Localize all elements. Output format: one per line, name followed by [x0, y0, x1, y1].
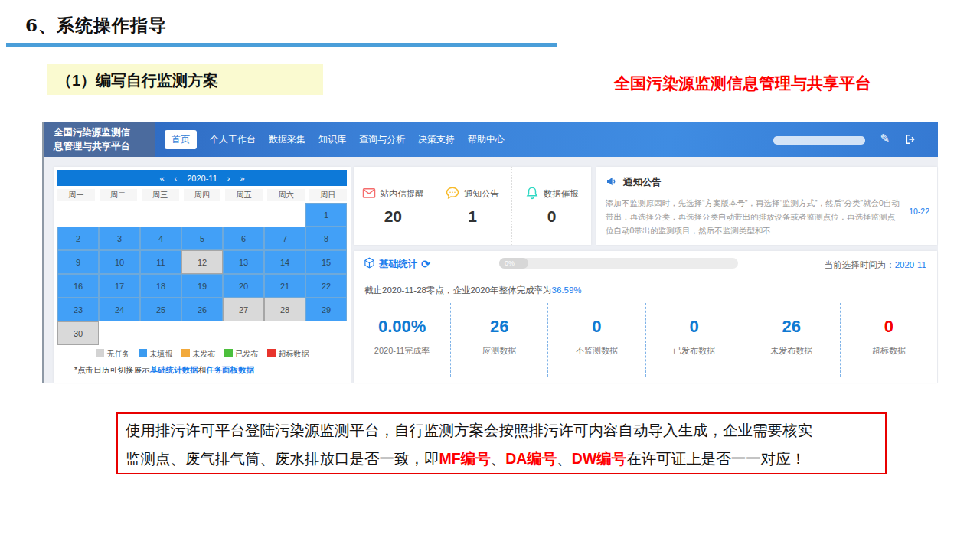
- calendar-day[interactable]: 22: [305, 274, 347, 298]
- section-label-box: （1）编写自行监测方案: [47, 64, 323, 95]
- platform-heading: 全国污染源监测信息管理与共享平台: [614, 73, 936, 94]
- calendar-day[interactable]: 27: [223, 298, 264, 321]
- notice-body[interactable]: 添加不监测原因时，先选择“方案版本号”，再选择“监测方式”，然后“分类”就会0自…: [606, 197, 900, 238]
- weekday-label: 周三: [142, 189, 179, 201]
- quick-stat-item[interactable]: 通知公告1: [433, 167, 512, 245]
- notice-date[interactable]: 10-22: [909, 207, 929, 216]
- base-statistics-card: 基础统计 ⟳ 0% 当前选择时间为：2020-11 截止2020-11-28零点…: [354, 251, 937, 383]
- calendar-day[interactable]: 12: [181, 250, 223, 274]
- calendar-day[interactable]: 29: [305, 298, 347, 321]
- calendar-day[interactable]: 7: [264, 227, 305, 250]
- legend-swatch: [139, 349, 147, 357]
- weekday-label: 周四: [184, 189, 221, 201]
- note-text: 、: [491, 450, 506, 467]
- quick-stat-label: 数据催报: [544, 188, 579, 200]
- legend-item: 未发布: [181, 349, 216, 360]
- metric-item: 26应测数据: [450, 303, 547, 377]
- nav-item-3[interactable]: 知识库: [318, 133, 346, 146]
- calendar-day[interactable]: 15: [305, 250, 347, 274]
- weekday-label: 周六: [267, 189, 305, 201]
- cube-icon: [364, 257, 375, 271]
- calendar-next-button[interactable]: ›: [227, 174, 230, 183]
- progress-fill: 0%: [499, 258, 528, 269]
- calendar-day[interactable]: 11: [140, 250, 181, 274]
- calendar-day[interactable]: 18: [140, 274, 181, 298]
- quick-stat-value: 1: [468, 207, 477, 226]
- calendar-day[interactable]: 1: [305, 203, 347, 227]
- calendar-day[interactable]: 26: [181, 298, 223, 321]
- metrics-row: 0.00%2020-11完成率26应测数据0不监测数据0已发布数据26未发布数据…: [354, 303, 937, 377]
- weekday-label: 周二: [100, 189, 137, 201]
- metric-value: 0: [841, 317, 937, 337]
- mail-icon: [362, 186, 376, 201]
- notice-title: 通知公告: [623, 176, 662, 189]
- weekday-label: 周一: [57, 189, 95, 201]
- calendar-day[interactable]: 2: [57, 227, 99, 250]
- note-text: 在许可证上是否一一对应！: [626, 450, 805, 467]
- calendar-day[interactable]: 25: [140, 298, 181, 321]
- nav-item-0[interactable]: 首页: [165, 130, 197, 149]
- calendar-day[interactable]: 14: [264, 250, 305, 274]
- calendar-day[interactable]: 19: [181, 274, 223, 298]
- edit-icon[interactable]: ✎: [880, 132, 890, 145]
- calendar-prev-button[interactable]: ‹: [175, 174, 178, 183]
- quick-stat-item[interactable]: 站内信提醒20: [354, 167, 433, 245]
- calendar-day[interactable]: 9: [57, 250, 99, 274]
- metric-label: 应测数据: [451, 345, 547, 357]
- calendar-empty-cell: [181, 203, 223, 227]
- legend-item: 无任务: [96, 349, 130, 360]
- refresh-icon[interactable]: ⟳: [421, 258, 430, 270]
- calendar-day[interactable]: 30: [57, 321, 99, 345]
- note-red-term: DW编号: [572, 450, 627, 467]
- calendar-day[interactable]: 16: [57, 274, 99, 298]
- calendar-day[interactable]: 8: [305, 227, 347, 250]
- base-statistics-title: 基础统计: [379, 258, 417, 271]
- summary-value: 36.59%: [552, 285, 582, 295]
- nav-item-4[interactable]: 查询与分析: [359, 133, 405, 146]
- time-selector-label: 当前选择时间为：: [825, 260, 895, 269]
- calendar-month-label: 2020-11: [187, 174, 217, 183]
- user-name-redacted[interactable]: [773, 136, 865, 145]
- calendar-day[interactable]: 24: [99, 298, 140, 321]
- logout-icon[interactable]: [904, 133, 916, 148]
- calendar-day[interactable]: 23: [57, 298, 99, 321]
- calendar-nav: « ‹ 2020-11 › »: [57, 170, 347, 186]
- note-text: 、: [557, 450, 572, 467]
- footnote-link-task-panel[interactable]: 任务面板数据: [206, 365, 254, 374]
- calendar-day[interactable]: 28: [264, 298, 305, 321]
- time-selector-value[interactable]: 2020-11: [895, 260, 926, 269]
- note-line1: 使用排污许可平台登陆污染源监测平台，自行监测方案会按照排污许可内容自动导入生成，…: [126, 416, 877, 445]
- metric-label: 已发布数据: [646, 345, 743, 357]
- calendar-day[interactable]: 5: [181, 227, 223, 250]
- metric-label: 2020-11完成率: [354, 345, 450, 357]
- nav-item-5[interactable]: 决策支持: [418, 133, 455, 146]
- weekday-label: 周五: [225, 189, 263, 201]
- calendar-empty-cell: [140, 203, 181, 227]
- calendar-last-button[interactable]: »: [240, 174, 244, 183]
- calendar-day[interactable]: 3: [99, 227, 140, 250]
- metric-value: 26: [451, 317, 547, 337]
- nav-item-2[interactable]: 数据采集: [269, 133, 305, 146]
- footnote-link-base-stats[interactable]: 基础统计数据: [150, 365, 198, 374]
- calendar-day[interactable]: 10: [99, 250, 140, 274]
- metric-value: 0: [548, 317, 645, 337]
- calendar-first-button[interactable]: «: [159, 174, 164, 183]
- calendar-day[interactable]: 21: [264, 274, 305, 298]
- footnote-prefix: *点击日历可切换展示: [74, 365, 150, 374]
- calendar-day[interactable]: 6: [223, 227, 264, 250]
- title-underline: [6, 43, 557, 47]
- weekday-label: 周日: [309, 189, 347, 201]
- quick-stat-value: 0: [547, 207, 557, 226]
- quick-stat-item[interactable]: 数据催报0: [511, 167, 591, 245]
- quick-stats-card: 站内信提醒20通知公告1数据催报0: [354, 167, 591, 245]
- calendar-day[interactable]: 17: [99, 274, 140, 298]
- calendar-day[interactable]: 13: [223, 250, 264, 274]
- footnote-mid: 和: [198, 365, 207, 374]
- nav-item-1[interactable]: 个人工作台: [210, 133, 256, 146]
- legend-swatch: [181, 349, 190, 357]
- metric-label: 超标数据: [841, 345, 937, 357]
- quick-stat-label: 通知公告: [464, 188, 499, 200]
- calendar-day[interactable]: 20: [223, 274, 264, 298]
- nav-item-6[interactable]: 帮助中心: [468, 133, 505, 146]
- calendar-day[interactable]: 4: [140, 227, 181, 250]
